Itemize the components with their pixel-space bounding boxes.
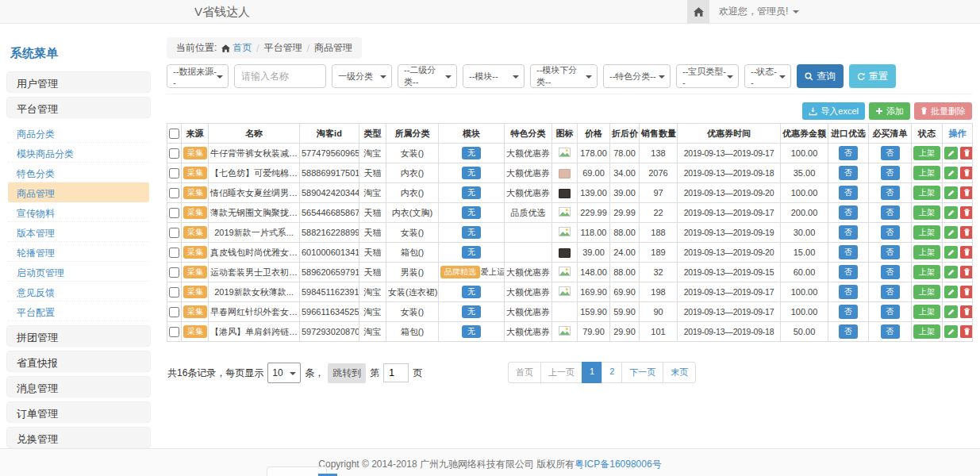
edit-button[interactable] — [944, 206, 958, 219]
edit-button[interactable] — [944, 286, 958, 298]
filter-select[interactable]: 一级分类 — [332, 64, 392, 88]
filter-select[interactable]: --特色分类-- — [603, 64, 671, 88]
sidebar-section-header[interactable]: 订单管理 — [6, 401, 151, 423]
delete-button[interactable] — [960, 226, 973, 239]
edit-button[interactable] — [944, 325, 958, 338]
page-number-input[interactable] — [383, 363, 409, 382]
sidebar-item[interactable]: 特色分类 — [8, 163, 149, 182]
row-checkbox[interactable] — [169, 188, 179, 198]
sidebar-section-header[interactable]: 平台管理 — [6, 97, 151, 118]
per-page-select[interactable]: 10 — [267, 363, 301, 383]
row-checkbox[interactable] — [169, 148, 179, 159]
must-buy-toggle[interactable]: 否 — [881, 225, 900, 240]
page-button[interactable]: 2 — [601, 362, 622, 383]
import-optional-toggle[interactable]: 否 — [839, 245, 858, 259]
delete-button[interactable] — [960, 147, 973, 159]
icp-link[interactable]: 粤ICP备16098006号 — [575, 459, 661, 470]
status-on-sale-button[interactable]: 上架 — [913, 225, 940, 240]
sidebar-item[interactable]: 轮播管理 — [8, 242, 149, 262]
name-search-input[interactable] — [234, 64, 326, 88]
jump-to-page-button[interactable]: 跳转到 — [328, 363, 366, 383]
status-on-sale-button[interactable]: 上架 — [913, 205, 940, 220]
import-optional-toggle[interactable]: 否 — [839, 324, 858, 339]
search-button[interactable]: 查询 — [797, 64, 844, 88]
sidebar-item[interactable]: 意见反馈 — [8, 282, 149, 301]
sidebar-item[interactable]: 启动页管理 — [8, 262, 149, 282]
import-optional-toggle[interactable]: 否 — [839, 166, 858, 180]
filter-select[interactable]: --状态-- — [744, 64, 791, 88]
filter-select[interactable]: --模块-- — [463, 64, 525, 88]
row-checkbox[interactable] — [169, 267, 179, 278]
status-on-sale-button[interactable]: 上架 — [913, 245, 940, 259]
sidebar-item[interactable]: 版本管理 — [8, 222, 149, 242]
status-on-sale-button[interactable]: 上架 — [913, 265, 940, 279]
sidebar-item[interactable]: 商品管理 — [8, 182, 149, 202]
import-optional-toggle[interactable]: 否 — [839, 186, 858, 200]
row-checkbox[interactable] — [169, 307, 179, 317]
must-buy-toggle[interactable]: 否 — [881, 285, 900, 299]
breadcrumb-home-link[interactable]: 首页 — [221, 41, 252, 55]
delete-button[interactable] — [960, 186, 973, 199]
must-buy-toggle[interactable]: 否 — [881, 186, 900, 200]
status-on-sale-button[interactable]: 上架 — [913, 146, 940, 160]
must-buy-toggle[interactable]: 否 — [881, 324, 900, 339]
sidebar-section-header[interactable]: 用户管理 — [6, 71, 151, 93]
must-buy-toggle[interactable]: 否 — [881, 146, 900, 160]
import-excel-button[interactable]: 导入excel — [802, 102, 865, 120]
import-optional-toggle[interactable]: 否 — [839, 305, 858, 319]
batch-delete-button[interactable]: 批量删除 — [914, 102, 972, 120]
delete-button[interactable] — [960, 167, 973, 179]
edit-button[interactable] — [944, 226, 958, 239]
sidebar-section-header[interactable]: 兑换管理 — [6, 427, 151, 448]
sidebar-item[interactable]: 商品分类 — [8, 123, 149, 143]
must-buy-toggle[interactable]: 否 — [881, 265, 900, 279]
edit-button[interactable] — [944, 266, 958, 278]
row-checkbox[interactable] — [169, 228, 179, 238]
delete-button[interactable] — [960, 246, 973, 259]
status-on-sale-button[interactable]: 上架 — [913, 324, 940, 339]
edit-button[interactable] — [944, 186, 958, 199]
filter-select[interactable]: --模块下分类-- — [530, 64, 598, 88]
edit-button[interactable] — [944, 305, 958, 318]
row-checkbox[interactable] — [169, 168, 179, 178]
status-on-sale-button[interactable]: 上架 — [913, 285, 940, 299]
sidebar-section-header[interactable]: 拼团管理 — [6, 325, 151, 347]
import-optional-toggle[interactable]: 否 — [839, 146, 858, 160]
filter-select[interactable]: --二级分类-- — [398, 64, 457, 88]
row-checkbox[interactable] — [169, 327, 179, 337]
sidebar-section-header[interactable]: 省直快报 — [6, 351, 151, 372]
row-checkbox[interactable] — [169, 208, 179, 218]
must-buy-toggle[interactable]: 否 — [881, 305, 900, 319]
add-button[interactable]: 添加 — [869, 102, 910, 120]
delete-button[interactable] — [960, 305, 973, 318]
filter-select[interactable]: --数据来源-- — [167, 64, 229, 88]
edit-button[interactable] — [944, 246, 958, 259]
delete-button[interactable] — [960, 325, 973, 338]
must-buy-toggle[interactable]: 否 — [881, 166, 900, 180]
edit-button[interactable] — [944, 147, 958, 159]
import-optional-toggle[interactable]: 否 — [839, 225, 858, 240]
delete-button[interactable] — [960, 286, 973, 298]
user-dropdown[interactable]: 欢迎您，管理员! — [719, 0, 799, 23]
home-nav-button[interactable] — [687, 0, 709, 23]
row-checkbox[interactable] — [169, 248, 179, 258]
sidebar-item[interactable]: 宣传物料 — [8, 202, 149, 222]
must-buy-toggle[interactable]: 否 — [881, 245, 900, 259]
sidebar-item[interactable]: 模块商品分类 — [8, 143, 149, 163]
delete-button[interactable] — [960, 206, 973, 219]
import-optional-toggle[interactable]: 否 — [839, 285, 858, 299]
page-button[interactable]: 下一页 — [621, 362, 663, 383]
delete-button[interactable] — [960, 266, 973, 278]
import-optional-toggle[interactable]: 否 — [839, 265, 858, 279]
page-button[interactable]: 1 — [582, 362, 602, 383]
sidebar-section-header[interactable]: 消息管理 — [6, 376, 151, 397]
must-buy-toggle[interactable]: 否 — [881, 205, 900, 220]
reset-button[interactable]: 重置 — [849, 64, 896, 88]
filter-select[interactable]: --宝贝类型-- — [676, 64, 739, 88]
sidebar-item[interactable]: 平台配置 — [8, 301, 149, 321]
edit-button[interactable] — [944, 167, 958, 179]
select-all-checkbox[interactable] — [169, 129, 179, 139]
status-on-sale-button[interactable]: 上架 — [913, 186, 940, 200]
row-checkbox[interactable] — [169, 287, 179, 298]
page-button[interactable]: 末页 — [663, 362, 696, 383]
